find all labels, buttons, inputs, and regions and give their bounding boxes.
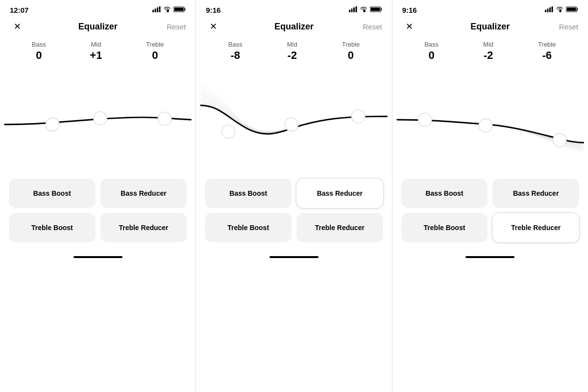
close-button[interactable]: ✕ — [206, 21, 220, 32]
preset-button-bass-boost-2[interactable]: Bass Boost — [205, 179, 292, 208]
eq-param-value-1: +1 — [90, 49, 102, 62]
eq-values: Bass -8 Mid -2 Treble 0 — [196, 35, 392, 66]
status-icons — [349, 6, 382, 14]
close-button[interactable]: ✕ — [402, 21, 417, 32]
status-bar: 9:16 — [196, 0, 392, 17]
svg-rect-16 — [549, 7, 551, 12]
eq-title: Equalizer — [470, 22, 510, 32]
eq-slider-handle-2[interactable] — [553, 133, 566, 147]
eq-param-value-2: 0 — [152, 49, 158, 62]
close-button[interactable]: ✕ — [10, 21, 24, 32]
svg-rect-5 — [185, 8, 186, 10]
svg-rect-1 — [155, 9, 156, 13]
svg-rect-17 — [551, 6, 553, 12]
eq-slider-handle-1[interactable] — [285, 118, 298, 131]
battery-icon — [173, 6, 186, 14]
eq-slider-handle-2[interactable] — [352, 110, 365, 123]
eq-slider-handle-0[interactable] — [418, 113, 431, 126]
preset-button-treble-boost-3[interactable]: Treble Boost — [401, 213, 488, 242]
preset-button-bass-boost-3[interactable]: Bass Boost — [401, 179, 488, 208]
svg-rect-2 — [157, 7, 158, 12]
svg-rect-19 — [577, 8, 578, 10]
battery-icon — [370, 6, 382, 14]
eq-param-mid: Mid -2 — [287, 41, 297, 62]
preset-button-treble-boost-2[interactable]: Treble Boost — [205, 213, 292, 242]
eq-param-treble: Treble 0 — [342, 41, 360, 62]
home-indicator — [196, 252, 392, 264]
preset-button-bass-reducer-1[interactable]: Bass Reducer — [100, 179, 187, 208]
eq-param-label-0: Bass — [32, 41, 46, 48]
svg-rect-13 — [370, 8, 380, 11]
eq-param-label-1: Mid — [91, 41, 101, 48]
preset-button-treble-reducer-2[interactable]: Treble Reducer — [296, 213, 383, 242]
eq-param-treble: Treble 0 — [146, 41, 164, 62]
preset-button-treble-reducer-1[interactable]: Treble Reducer — [100, 213, 187, 242]
svg-rect-20 — [566, 8, 576, 11]
eq-param-mid: Mid -2 — [483, 41, 493, 62]
eq-param-bass: Bass 0 — [32, 41, 46, 62]
phone-panel-3: 9:16 — [392, 0, 588, 392]
svg-rect-10 — [355, 6, 357, 12]
svg-rect-6 — [174, 8, 184, 11]
home-bar — [74, 256, 122, 258]
eq-visualizer — [0, 66, 196, 174]
eq-slider-handle-0[interactable] — [46, 118, 59, 131]
status-time: 9:16 — [402, 6, 417, 14]
preset-button-bass-reducer-2[interactable]: Bass Reducer — [296, 179, 383, 208]
svg-rect-9 — [353, 7, 355, 12]
eq-param-value-0: 0 — [429, 49, 435, 62]
eq-param-label-0: Bass — [424, 41, 439, 48]
svg-rect-14 — [545, 10, 546, 12]
status-bar: 9:16 — [392, 0, 588, 17]
eq-slider-handle-1[interactable] — [479, 119, 492, 132]
eq-param-label-2: Treble — [538, 41, 556, 48]
home-bar — [466, 256, 514, 258]
reset-button[interactable]: Reset — [559, 23, 578, 31]
signal-icon — [545, 6, 553, 14]
home-indicator — [0, 252, 196, 264]
status-icons — [545, 6, 578, 14]
preset-button-treble-reducer-3[interactable]: Treble Reducer — [492, 213, 579, 242]
eq-param-label-2: Treble — [146, 41, 164, 48]
eq-param-value-2: -6 — [542, 49, 552, 62]
wifi-icon — [163, 6, 171, 14]
eq-slider-handle-0[interactable] — [222, 125, 235, 138]
eq-header: ✕ Equalizer Reset — [196, 17, 392, 35]
preset-grid: Bass Boost Bass Reducer Treble Boost Tre… — [196, 174, 392, 252]
eq-title: Equalizer — [274, 22, 314, 32]
svg-rect-12 — [381, 8, 382, 10]
signal-icon — [349, 6, 357, 14]
wifi-icon — [360, 6, 368, 14]
preset-button-bass-reducer-3[interactable]: Bass Reducer — [492, 179, 579, 208]
status-icons — [152, 6, 186, 14]
eq-values: Bass 0 Mid -2 Treble -6 — [392, 35, 588, 66]
reset-button[interactable]: Reset — [363, 23, 382, 31]
eq-param-label-1: Mid — [287, 41, 297, 48]
eq-visualizer — [196, 66, 392, 174]
eq-header: ✕ Equalizer Reset — [0, 17, 196, 35]
reset-button[interactable]: Reset — [167, 23, 186, 31]
status-time: 9:16 — [206, 6, 220, 14]
svg-rect-8 — [351, 9, 352, 13]
eq-param-label-2: Treble — [342, 41, 360, 48]
eq-param-value-0: 0 — [36, 49, 42, 62]
preset-button-bass-boost-1[interactable]: Bass Boost — [9, 179, 96, 208]
eq-slider-handle-2[interactable] — [158, 112, 171, 125]
status-time: 12:07 — [10, 6, 28, 14]
battery-icon — [566, 6, 578, 14]
eq-param-value-1: -2 — [287, 49, 297, 62]
phone-panel-1: 12:07 — [0, 0, 196, 392]
home-bar — [270, 256, 318, 258]
eq-title: Equalizer — [78, 22, 118, 32]
eq-param-bass: Bass -8 — [228, 41, 243, 62]
svg-rect-0 — [152, 10, 154, 12]
preset-button-treble-boost-1[interactable]: Treble Boost — [9, 213, 96, 242]
eq-values: Bass 0 Mid +1 Treble 0 — [0, 35, 196, 66]
eq-param-mid: Mid +1 — [90, 41, 102, 62]
eq-slider-handle-1[interactable] — [94, 111, 107, 125]
eq-param-value-1: -2 — [484, 49, 493, 62]
status-bar: 12:07 — [0, 0, 196, 17]
svg-rect-3 — [159, 6, 161, 12]
eq-param-value-0: -8 — [231, 49, 241, 62]
phone-panel-2: 9:16 — [196, 0, 392, 392]
